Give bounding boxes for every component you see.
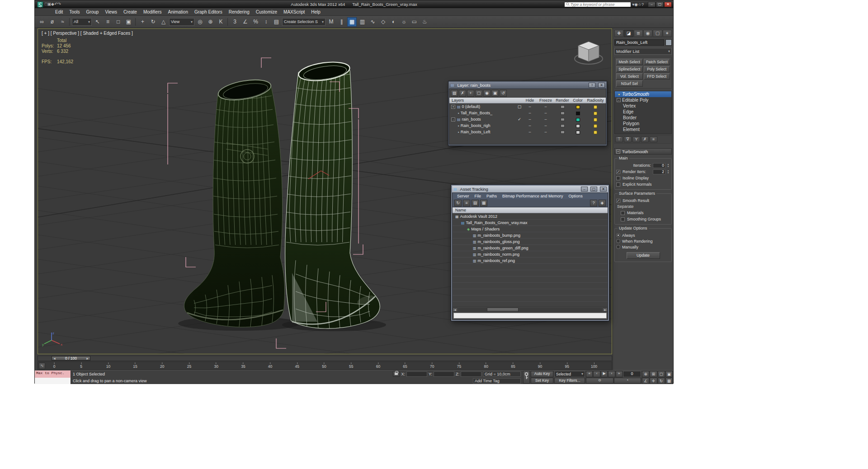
close-button[interactable]: ✕	[598, 83, 605, 88]
favorites-star-icon[interactable]: ☆	[638, 2, 642, 7]
open-file-icon[interactable]: ▣	[47, 2, 51, 6]
help-icon[interactable]: ?	[590, 200, 597, 206]
maxscript-mini-listener[interactable]: Max to Physc.	[35, 371, 71, 384]
select-and-manipulate-icon[interactable]: ⊕	[206, 17, 215, 27]
z-coordinate-field[interactable]	[461, 371, 481, 377]
asset-row-autodesk-vault-2012[interactable]: ▦Autodesk Vault 2012	[453, 213, 608, 220]
edit-named-selection-sets-icon[interactable]: ▤	[272, 17, 281, 27]
freeze-toggle[interactable]: –	[537, 123, 554, 128]
make-unique-icon[interactable]: Y	[632, 136, 640, 142]
menu-create[interactable]: Create	[120, 9, 140, 15]
view-table-icon[interactable]: ▦	[480, 200, 487, 206]
render-toggle[interactable]	[554, 111, 571, 115]
next-frame-arrow-icon[interactable]: ►	[85, 357, 90, 360]
new-layer-icon[interactable]: ▧	[451, 90, 458, 97]
vol-select-button[interactable]: Vol. Select	[616, 73, 643, 80]
menu-customize[interactable]: Customize	[253, 9, 280, 15]
layer-dialog-titlebar[interactable]: ▤ Layer: rain_boots ? ✕	[449, 82, 606, 89]
current-layer-check-icon[interactable]: ✓	[516, 117, 523, 122]
render-production-icon[interactable]: ♨	[420, 17, 429, 27]
align-icon[interactable]: ∥	[337, 17, 346, 27]
asset-menu-paths[interactable]: Paths	[484, 194, 500, 198]
freeze-toggle[interactable]: –	[537, 117, 554, 122]
radio-when-rendering[interactable]: When Rendering	[616, 238, 670, 244]
graphite-ribbon-icon[interactable]: ▥	[358, 17, 367, 27]
asset-name-column-header[interactable]: Name	[453, 207, 608, 213]
layer-color-swatch[interactable]	[571, 117, 585, 122]
percent-snap-icon[interactable]: %	[251, 17, 260, 27]
current-layer-slot[interactable]: ▢	[516, 104, 523, 109]
angle-snap-icon[interactable]: ∠	[241, 17, 250, 27]
time-slider-handle[interactable]: ◄ 0 / 100 ►	[52, 356, 90, 361]
layer-color-swatch[interactable]	[571, 111, 585, 115]
lightbulb-icon[interactable]: ●	[617, 91, 621, 97]
iterations-spinner[interactable]: ▴▾	[666, 163, 670, 168]
update-button[interactable]: Update	[627, 252, 660, 259]
close-button[interactable]: ✕	[600, 187, 607, 192]
layer-manager-icon[interactable]: ▦	[347, 17, 357, 27]
close-button[interactable]: ✕	[664, 2, 672, 7]
listener-script-line[interactable]	[35, 378, 71, 384]
asset-row-m-rainboots-gloss-png[interactable]: ▥m_rainboots_gloss.png	[453, 239, 608, 245]
viewport-label[interactable]: [ + ] [ Perspective ] [ Shaded + Edged F…	[42, 31, 133, 36]
menu-animation[interactable]: Animation	[165, 9, 191, 15]
render-toggle[interactable]	[554, 104, 571, 109]
set-keys-button[interactable]	[523, 371, 530, 384]
rollout-turbosmooth-header[interactable]: − TurboSmooth	[614, 148, 672, 155]
menu-tools[interactable]: Tools	[66, 9, 83, 15]
layer-color-swatch[interactable]	[571, 104, 585, 109]
zoom-extents-icon[interactable]: ▢	[658, 371, 665, 377]
render-iters-checkbox[interactable]: ✓	[616, 170, 620, 174]
stack-item-polygon[interactable]: Polygon	[615, 121, 671, 127]
set-key-button[interactable]: Set Key	[531, 378, 553, 384]
radiosity-toggle[interactable]	[585, 111, 606, 115]
listener-macro-line[interactable]: Max to Physc.	[35, 371, 71, 378]
help-button[interactable]: ?	[589, 83, 595, 88]
iterations-field[interactable]: 0	[653, 163, 665, 168]
save-file-icon[interactable]: ◆	[51, 2, 54, 6]
communication-center-icon[interactable]: ◉	[634, 2, 638, 7]
select-by-name-icon[interactable]: ≡	[103, 17, 113, 27]
expander-icon[interactable]: -	[617, 98, 621, 102]
hide-toggle[interactable]: –	[523, 123, 537, 128]
menu-maxscript[interactable]: MAXScript	[280, 9, 308, 15]
radiosity-toggle[interactable]	[585, 117, 606, 122]
pin-stack-icon[interactable]: ⊤	[615, 136, 623, 142]
minimize-button[interactable]: –	[581, 187, 588, 192]
go-to-end-button[interactable]: »	[616, 371, 623, 377]
radio-manually[interactable]: Manually	[616, 244, 670, 250]
asset-row-tall-rain-boots-green-vray-max[interactable]: ▤Tall_Rain_Boots_Green_vray.max	[453, 220, 608, 226]
asset-row-m-rainboots-ref-png[interactable]: ▥m_rainboots_ref.png	[453, 258, 608, 264]
minimize-button[interactable]: –	[648, 2, 656, 7]
show-end-result-icon[interactable]: ∇	[624, 136, 632, 142]
asset-row-m-rainboots-norm-png[interactable]: ▥m_rainboots_norm.png	[453, 251, 608, 258]
rendered-frame-icon[interactable]: ▭	[410, 17, 419, 27]
menu-views[interactable]: Views	[102, 9, 120, 15]
spinner-snap-icon[interactable]: ↕	[261, 17, 271, 27]
hide-toggle[interactable]: –	[523, 130, 537, 134]
zoom-icon[interactable]: ⊕	[642, 371, 649, 377]
selection-lock-toggle[interactable]	[393, 371, 400, 377]
tab-hierarchy[interactable]: ≣	[634, 30, 643, 37]
snap-toggle-3d-icon[interactable]: 3	[230, 17, 240, 27]
next-frame-button[interactable]: ›	[608, 371, 615, 377]
scroll-right-icon[interactable]: ▸	[603, 308, 608, 312]
menu-graph-editors[interactable]: Graph Editors	[191, 9, 226, 15]
layer-color-swatch[interactable]	[571, 123, 585, 128]
menu-help[interactable]: Help	[308, 9, 324, 15]
isoline-display-checkbox[interactable]	[616, 176, 620, 180]
layer-row-tall-rain-boots[interactable]: ▪Tall_Rain_Boots_––	[449, 110, 606, 116]
curve-editor-icon[interactable]: ∿	[368, 17, 377, 27]
select-layer-objects-icon[interactable]: ▢	[475, 90, 482, 97]
poly-select-button[interactable]: Poly Select	[644, 66, 670, 72]
asset-dialog-titlebar[interactable]: ▤ Asset Tracking – ▢ ✕	[452, 186, 608, 192]
stack-item-vertex[interactable]: Vertex	[615, 103, 671, 109]
mirror-icon[interactable]: M	[326, 17, 336, 27]
object-name-field[interactable]: Rain_boots_Left	[614, 39, 664, 46]
select-object-icon[interactable]: ↖	[93, 17, 102, 27]
stack-item-border[interactable]: Border	[615, 115, 671, 121]
object-color-swatch[interactable]	[665, 39, 672, 46]
nsurf-sel-button[interactable]: NSurf Sel	[616, 80, 643, 87]
layer-color-swatch[interactable]	[571, 130, 585, 134]
select-and-link-icon[interactable]: ∞	[37, 17, 47, 27]
